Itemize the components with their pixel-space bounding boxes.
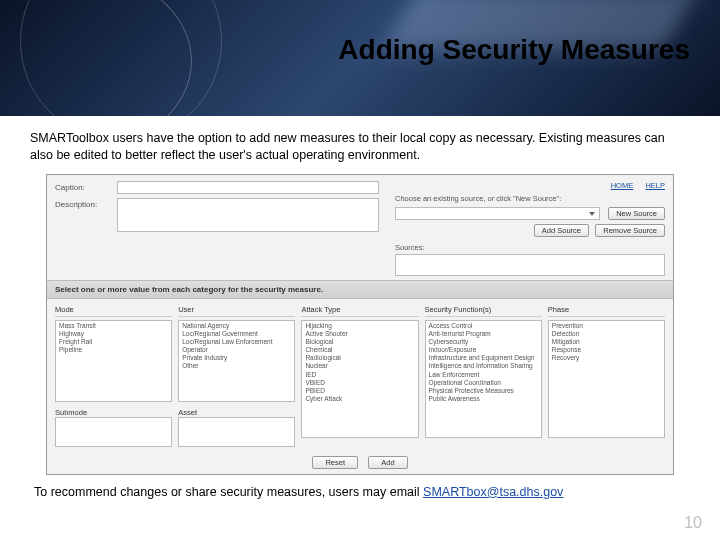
source-header: Choose an existing source, or click "New…	[395, 194, 665, 203]
description-input[interactable]	[117, 198, 379, 232]
footer-text: To recommend changes or share security m…	[30, 485, 690, 499]
attack-header: Attack Type	[301, 305, 418, 317]
description-label: Description:	[55, 198, 117, 209]
submode-box[interactable]	[55, 417, 172, 447]
title-banner: Adding Security Measures	[0, 0, 720, 116]
app-screenshot: Caption: Description: HOME HELP Choose a…	[46, 174, 674, 475]
remove-source-button[interactable]: Remove Source	[595, 224, 665, 237]
add-button[interactable]: Add	[368, 456, 407, 469]
func-list[interactable]: Access ControlAnti-terrorist ProgramCybe…	[425, 320, 542, 438]
new-source-button[interactable]: New Source	[608, 207, 665, 220]
source-select[interactable]	[395, 207, 600, 220]
footer-email-link[interactable]: SMARTbox@tsa.dhs.gov	[423, 485, 563, 499]
add-source-button[interactable]: Add Source	[534, 224, 589, 237]
footer-prefix: To recommend changes or share security m…	[34, 485, 423, 499]
intro-text: SMARToolbox users have the option to add…	[30, 130, 690, 164]
func-header: Security Function(s)	[425, 305, 542, 317]
asset-box[interactable]	[178, 417, 295, 447]
attack-list[interactable]: HijackingActive ShooterBiologicalChemica…	[301, 320, 418, 438]
phase-header: Phase	[548, 305, 665, 317]
user-list[interactable]: National AgencyLoc/Regional GovernmentLo…	[178, 320, 295, 402]
home-link[interactable]: HOME	[611, 181, 634, 190]
mode-header: Mode	[55, 305, 172, 317]
asset-label: Asset	[178, 408, 295, 417]
user-header: User	[178, 305, 295, 317]
page-number: 10	[684, 514, 702, 532]
sources-label: Sources:	[395, 243, 665, 252]
caption-input[interactable]	[117, 181, 379, 194]
page-title: Adding Security Measures	[338, 34, 690, 66]
mode-list[interactable]: Mass TransitHighwayFreight RailPipeline	[55, 320, 172, 402]
submode-label: Submode	[55, 408, 172, 417]
reset-button[interactable]: Reset	[312, 456, 358, 469]
caption-label: Caption:	[55, 181, 117, 192]
phase-list[interactable]: PreventionDetectionMitigationResponseRec…	[548, 320, 665, 438]
instruction-bar: Select one or more value from each categ…	[47, 280, 673, 299]
help-link[interactable]: HELP	[645, 181, 665, 190]
sources-box[interactable]	[395, 254, 665, 276]
